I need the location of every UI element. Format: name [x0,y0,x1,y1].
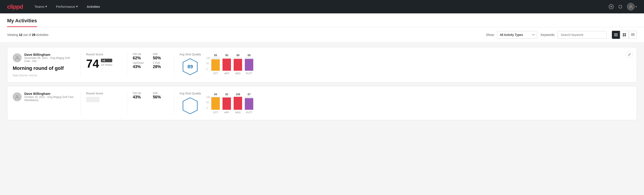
shot-quality-hexagon [181,97,199,115]
nav-item-performance[interactable]: Performance ▾ [55,0,79,14]
list-view-button[interactable] [612,31,620,39]
bar-axis-label: APP [224,111,229,114]
activity-card: Dave Billingham December 05, 2021 - Gog … [7,47,637,82]
fw-hit-stat: FW Hit 43% [133,92,148,100]
user-header: Dave Billingham December 05, 2021 - Gog … [13,53,75,63]
bar-axis-label: OTT [213,72,218,75]
avatar [13,53,22,62]
svg-rect-10 [624,35,626,36]
score-placeholder [86,97,100,102]
holes-text: 18 Holes [101,63,112,66]
one-putt-stat: 1 Putt 28% [153,61,168,69]
bar-fill [222,59,231,71]
svg-rect-4 [614,34,618,34]
nav-item-teams[interactable]: Teams ▾ [34,0,48,14]
fw-hit-label: FW Hit [133,92,148,95]
bar-value-label: 87 [248,93,250,96]
svg-rect-6 [614,36,618,36]
bar-wrapper [211,96,220,110]
viewing-count-text: Viewing 12 out of 29 Activities [7,33,482,36]
user-name: Dave Billingham [24,53,75,56]
bar-wrapper [222,57,231,71]
add-button[interactable] [609,4,614,9]
shot-quality-hexagon: 89 [181,58,199,76]
bar-fill [234,97,242,110]
avatar [13,92,22,101]
bar-fill [211,97,220,110]
divider [127,53,128,77]
view-toggle [612,31,637,39]
svg-rect-8 [624,33,626,34]
bar-axis-label: PUTT [246,72,252,75]
card-user-info: Dave Billingham October 16, 2021 - Gog M… [13,92,75,104]
refresh-button[interactable] [618,4,622,9]
bar-wrapper [234,96,242,110]
logo[interactable]: clippd [7,3,23,10]
bar-wrapper [245,96,253,110]
edit-button[interactable] [626,51,633,58]
user-menu[interactable]: ▾ [627,3,637,10]
score-value: 74 [86,58,99,70]
updown-value: 43% [133,64,148,69]
svg-rect-7 [623,33,624,34]
data-source: Data Source: Arccos [13,74,75,77]
bar-group: 89PUTT [245,54,253,75]
quality-label: Avg Shot Quality [180,92,201,95]
avg-shot-quality-section: Avg Shot Quality 100 50 0 94OTT92APP106A… [180,92,631,115]
filter-bar: Viewing 12 out of 29 Activities Show: Al… [0,27,644,42]
page-title: My Activities [7,18,37,27]
bar-value-label: 106 [236,93,240,96]
avg-shot-quality-section: Avg Shot Quality 89 100 50 0 [180,53,631,76]
bar-value-label: 92 [226,93,228,96]
page-header: My Activities [0,14,644,27]
compact-view-button[interactable] [629,31,637,39]
chevron-down-icon: ▾ [45,4,47,8]
fw-hit-stat: FW Hit 62% [133,53,148,60]
y-label-0: 0 [206,68,210,70]
fw-hit-value: 43% [133,95,148,100]
gir-label: GIR [153,53,168,56]
bar-chart: 100 50 0 85OTT90APP89ARG89PUTT [206,54,631,75]
grid-view-button[interactable] [620,31,628,39]
nav-actions: ▾ [609,3,637,10]
gir-value: 50% [153,56,168,60]
divider [127,92,128,115]
bar-value-label: 94 [214,93,217,96]
fw-hit-label: FW Hit [133,53,148,56]
nav-item-activities[interactable]: Activities [86,0,101,14]
svg-rect-12 [631,34,635,35]
keywords-filter-group: Keywords: [541,31,606,38]
activity-title: Morning round of golf [13,65,75,71]
show-filter-group: Show: All Activity Types [486,31,537,38]
bar-value-label: 89 [236,54,240,57]
bar-fill [234,59,242,71]
one-putt-label: 1 Putt [153,61,168,64]
updown-label: Up/Down [133,61,148,64]
search-input[interactable] [558,31,606,38]
chevron-down-icon: ▾ [76,4,78,8]
svg-marker-17 [183,98,197,114]
divider [80,92,81,115]
round-score-label: Round Score [86,92,122,95]
bar-wrapper [211,57,220,71]
user-header: Dave Billingham October 16, 2021 - Gog M… [13,92,75,102]
y-label-50: 50 [206,62,210,65]
shot-quality-value: 89 [188,64,193,70]
bar-group: 94OTT [211,93,220,114]
user-date: December 05, 2021 - Gog Magog Golf Club … [24,56,75,63]
bar-axis-label: OTT [213,111,218,114]
bar-group: 92APP [222,93,231,114]
divider [174,92,174,115]
bar-wrapper [222,96,231,110]
quality-label: Avg Shot Quality [180,53,201,56]
bars-container: 94OTT92APP106ARG87PUTT [211,93,253,114]
chevron-down-icon: ▾ [636,5,637,8]
score-badge: +4 [101,59,112,62]
gir-stat: GIR 50% [153,53,168,60]
bar-chart: 100 50 0 94OTT92APP106ARG87PUTT [206,93,631,114]
bar-fill [245,59,253,71]
bar-fill [211,59,220,71]
activity-type-select[interactable]: All Activity Types [497,31,537,38]
card-user-info: Dave Billingham December 05, 2021 - Gog … [13,53,75,77]
bar-value-label: 90 [226,54,228,57]
